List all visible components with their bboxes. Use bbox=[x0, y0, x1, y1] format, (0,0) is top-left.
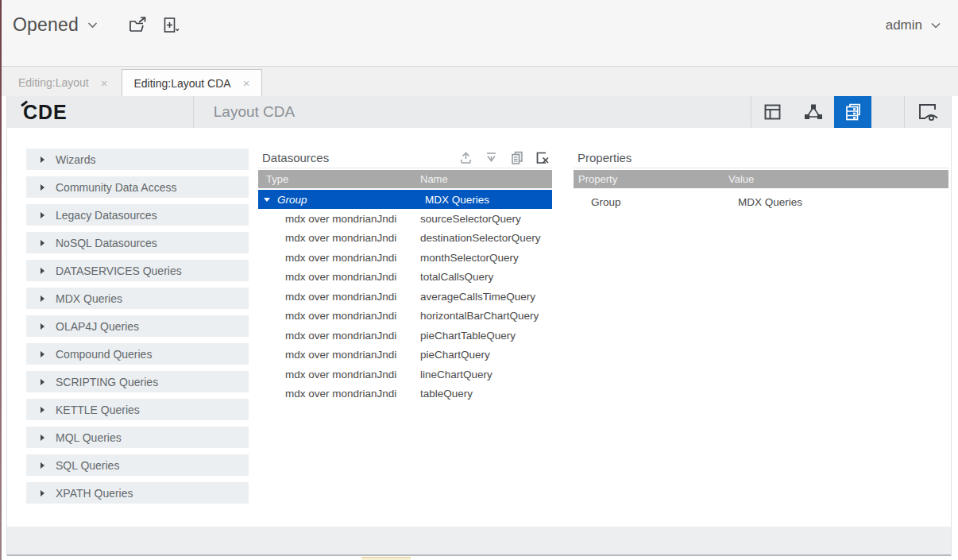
sidebar-accordion-item[interactable]: Compound Queries bbox=[26, 343, 249, 365]
datasource-row[interactable]: mdx over mondrianJndi lineChartQuery bbox=[258, 365, 552, 384]
sidebar-item-label: KETTLE Queries bbox=[56, 404, 140, 416]
editor-block: CDE Layout CDA bbox=[6, 96, 952, 556]
datasource-type-cell: mdx over mondrianJndi bbox=[258, 291, 420, 303]
sidebar-accordion-item[interactable]: DATASERVICES Queries bbox=[26, 260, 249, 281]
datasource-row[interactable]: mdx over mondrianJndi horizontalBarChart… bbox=[258, 307, 552, 326]
tab-label: Editing:Layout bbox=[18, 76, 89, 89]
expand-arrow-icon bbox=[41, 295, 44, 302]
sidebar-accordion-item[interactable]: MQL Queries bbox=[26, 427, 249, 448]
sidebar-item-label: MDX Queries bbox=[56, 292, 122, 305]
preview-eye-icon bbox=[916, 102, 940, 122]
sidebar-accordion-item[interactable]: OLAP4J Queries bbox=[26, 315, 249, 337]
chevron-down-icon bbox=[87, 21, 98, 29]
expand-arrow-icon bbox=[41, 407, 44, 413]
datasources-panel-header: Datasources bbox=[258, 147, 552, 168]
tab-close-icon[interactable]: × bbox=[101, 77, 108, 89]
duplicate-icon[interactable] bbox=[509, 150, 524, 165]
sidebar-item-label: NoSQL Datasources bbox=[56, 237, 157, 249]
datasource-row[interactable]: mdx over mondrianJndi destinationSelecto… bbox=[258, 229, 552, 249]
opened-dropdown[interactable]: Opened bbox=[13, 14, 98, 36]
datasources-panel-button[interactable] bbox=[834, 96, 871, 128]
datasource-type-cell: mdx over mondrianJndi bbox=[258, 369, 420, 380]
sidebar-accordion-item[interactable]: SCRIPTING Queries bbox=[26, 371, 249, 392]
expand-arrow-icon bbox=[41, 379, 44, 385]
datasource-name-cell: monthSelectorQuery bbox=[420, 252, 519, 264]
sidebar-accordion-item[interactable]: Community Data Access bbox=[26, 176, 249, 198]
expand-arrow-icon bbox=[41, 490, 44, 496]
components-panel-button[interactable] bbox=[793, 96, 834, 128]
datasource-row[interactable]: mdx over mondrianJndi pieChartTableQuery bbox=[258, 326, 552, 346]
datasource-row[interactable]: mdx over mondrianJndi totalCallsQuery bbox=[258, 268, 552, 288]
expand-arrow-icon bbox=[41, 212, 44, 218]
datasource-group-row-selected[interactable]: Group MDX Queries bbox=[258, 190, 552, 209]
datasource-type-cell: mdx over mondrianJndi bbox=[258, 213, 420, 225]
layout-panel-button[interactable] bbox=[751, 96, 793, 128]
datasource-name-cell: lineChartQuery bbox=[420, 369, 493, 380]
datasource-name-cell: averageCallsTimeQuery bbox=[420, 291, 535, 303]
sidebar-item-label: Wizards bbox=[56, 153, 96, 166]
datasource-name-cell: tableQuery bbox=[420, 388, 473, 400]
sidebar-item-label: MQL Queries bbox=[56, 431, 122, 444]
property-name-cell: Group bbox=[574, 196, 728, 208]
expand-arrow-icon bbox=[41, 184, 44, 191]
sidebar-item-label: Community Data Access bbox=[56, 181, 177, 194]
group-type-cell: Group bbox=[277, 194, 425, 206]
sidebar-item-label: SQL Queries bbox=[56, 459, 119, 472]
expand-group-icon[interactable] bbox=[458, 150, 473, 165]
group-name-cell: MDX Queries bbox=[425, 194, 489, 206]
datasource-row[interactable]: mdx over mondrianJndi pieChartQuery bbox=[258, 346, 552, 365]
panel-switcher bbox=[751, 96, 951, 128]
open-file-icon[interactable] bbox=[128, 16, 149, 35]
datasource-name-cell: sourceSelectorQuery bbox=[420, 213, 521, 225]
sidebar-accordion-item[interactable]: Legacy Datasources bbox=[26, 204, 249, 226]
column-header-name: Name bbox=[420, 173, 448, 185]
property-value-cell[interactable]: MDX Queries bbox=[728, 196, 802, 208]
sidebar-item-label: Compound Queries bbox=[56, 348, 152, 361]
expand-arrow-icon bbox=[41, 156, 44, 163]
user-menu[interactable]: admin bbox=[886, 17, 941, 33]
properties-table-header: Property Value bbox=[574, 170, 948, 188]
datasource-row[interactable]: mdx over mondrianJndi monthSelectorQuery bbox=[258, 248, 552, 268]
opened-label: Opened bbox=[13, 14, 79, 36]
tab-editing-layout-cda[interactable]: Editing:Layout CDA × bbox=[122, 69, 263, 96]
dashboard-title: Layout CDA bbox=[214, 103, 295, 121]
expand-arrow-icon bbox=[41, 268, 44, 274]
sidebar-accordion-item[interactable]: XPATH Queries bbox=[26, 482, 249, 504]
datasources-panel-actions bbox=[458, 150, 550, 165]
preview-button[interactable] bbox=[905, 96, 951, 128]
datasource-name-cell: totalCallsQuery bbox=[420, 271, 493, 283]
new-file-icon[interactable] bbox=[161, 16, 180, 35]
sidebar-accordion-item[interactable]: Wizards bbox=[26, 149, 249, 170]
datasource-type-cell: mdx over mondrianJndi bbox=[258, 232, 420, 244]
datasource-row[interactable]: mdx over mondrianJndi sourceSelectorQuer… bbox=[258, 209, 552, 229]
sidebar-accordion-item[interactable]: NoSQL Datasources bbox=[26, 232, 249, 253]
column-header-value: Value bbox=[728, 173, 754, 185]
datasource-name-cell: destinationSelectorQuery bbox=[420, 232, 541, 244]
sidebar-accordion-item[interactable]: MDX Queries bbox=[26, 288, 249, 309]
toolbar-divider bbox=[193, 96, 194, 128]
app-header: Opened bbox=[0, 0, 958, 67]
datasource-row[interactable]: mdx over mondrianJndi tableQuery bbox=[258, 384, 552, 404]
menubar bbox=[13, 0, 941, 7]
sidebar-accordion-item[interactable]: SQL Queries bbox=[26, 454, 249, 476]
delete-icon[interactable] bbox=[535, 150, 550, 165]
sidebar-item-label: DATASERVICES Queries bbox=[56, 265, 182, 277]
window-edge-line bbox=[0, 0, 2, 560]
editor-footer bbox=[7, 527, 951, 556]
column-header-property: Property bbox=[574, 173, 728, 185]
datasource-type-cell: mdx over mondrianJndi bbox=[258, 388, 420, 400]
expand-arrow-icon bbox=[41, 240, 44, 246]
sidebar-item-label: SCRIPTING Queries bbox=[56, 376, 158, 388]
panel-title-label: Datasources bbox=[262, 151, 329, 164]
expand-arrow-icon bbox=[41, 351, 44, 357]
tab-editing-layout[interactable]: Editing:Layout × bbox=[6, 69, 120, 96]
tab-label: Editing:Layout CDA bbox=[134, 77, 231, 90]
datasources-table-header: Type Name bbox=[258, 170, 552, 188]
panel-title-label: Properties bbox=[578, 151, 632, 164]
property-row[interactable]: Group MDX Queries bbox=[574, 191, 948, 212]
collapse-arrow-icon[interactable] bbox=[264, 198, 270, 202]
sidebar-accordion-item[interactable]: KETTLE Queries bbox=[26, 399, 249, 420]
tab-close-icon[interactable]: × bbox=[243, 77, 250, 89]
collapse-group-icon[interactable] bbox=[484, 150, 499, 165]
datasource-row[interactable]: mdx over mondrianJndi averageCallsTimeQu… bbox=[258, 287, 552, 307]
